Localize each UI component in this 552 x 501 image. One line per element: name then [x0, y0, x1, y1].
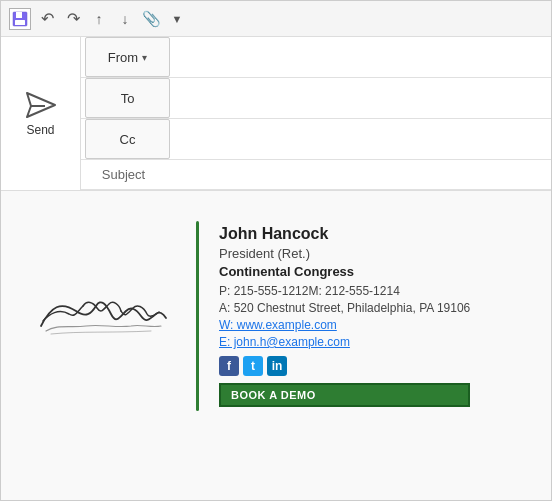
- linkedin-icon[interactable]: in: [267, 356, 287, 376]
- handwritten-signature: [31, 276, 171, 356]
- send-label: Send: [26, 123, 54, 137]
- sig-company: Continental Congress: [219, 264, 470, 279]
- email-body: John Hancock President (Ret.) Continenta…: [1, 191, 551, 500]
- cc-input[interactable]: [174, 132, 551, 146]
- sig-phone-mobile: P: 215-555-1212M: 212-555-1214: [219, 284, 470, 298]
- signature-divider: [196, 221, 199, 411]
- undo-icon[interactable]: ↶: [37, 9, 57, 29]
- sig-address: A: 520 Chestnut Street, Philadelphia, PA…: [219, 301, 470, 315]
- to-input[interactable]: [174, 91, 551, 105]
- more-icon[interactable]: ▼: [167, 9, 187, 29]
- to-row: To: [81, 78, 551, 119]
- email-header: Send From ▾ To Cc: [1, 37, 551, 191]
- to-label-box: To: [85, 78, 170, 118]
- to-label: To: [121, 91, 135, 106]
- attach-icon[interactable]: 📎: [141, 9, 161, 29]
- signature-image: [26, 221, 176, 411]
- svg-rect-2: [15, 20, 25, 25]
- save-icon[interactable]: [9, 8, 31, 30]
- toolbar: ↶ ↷ ↑ ↓ 📎 ▼: [1, 1, 551, 37]
- cta-button[interactable]: BOOK A DEMO: [219, 383, 470, 407]
- twitter-icon[interactable]: t: [243, 356, 263, 376]
- from-label: From: [108, 50, 138, 65]
- from-dropdown-arrow: ▾: [142, 52, 147, 63]
- facebook-icon[interactable]: f: [219, 356, 239, 376]
- sig-website[interactable]: W: www.example.com: [219, 318, 470, 332]
- sig-title: President (Ret.): [219, 246, 470, 261]
- from-row: From ▾: [81, 37, 551, 78]
- cc-row: Cc: [81, 119, 551, 160]
- sig-name: John Hancock: [219, 225, 470, 243]
- sig-email[interactable]: E: john.h@example.com: [219, 335, 470, 349]
- svg-rect-1: [16, 12, 22, 18]
- subject-row: Subject: [81, 160, 551, 190]
- redo-icon[interactable]: ↷: [63, 9, 83, 29]
- signature-info: John Hancock President (Ret.) Continenta…: [219, 221, 470, 411]
- up-icon[interactable]: ↑: [89, 9, 109, 29]
- subject-label: Subject: [81, 167, 166, 182]
- send-icon: [25, 91, 57, 119]
- signature-card: John Hancock President (Ret.) Continenta…: [26, 211, 526, 421]
- sig-mobile: M: 212-555-1214: [308, 284, 399, 298]
- cc-label-box: Cc: [85, 119, 170, 159]
- sig-social: f t in: [219, 356, 470, 376]
- from-input[interactable]: [174, 50, 551, 64]
- sig-phone: P: 215-555-1212: [219, 284, 308, 298]
- down-icon[interactable]: ↓: [115, 9, 135, 29]
- email-compose-window: ↶ ↷ ↑ ↓ 📎 ▼ Send From: [0, 0, 552, 501]
- fields-area: From ▾ To Cc Subject: [81, 37, 551, 190]
- from-button[interactable]: From ▾: [85, 37, 170, 77]
- send-area: Send: [1, 37, 81, 190]
- send-button[interactable]: Send: [25, 91, 57, 137]
- cc-label: Cc: [120, 132, 136, 147]
- subject-input[interactable]: [166, 167, 551, 182]
